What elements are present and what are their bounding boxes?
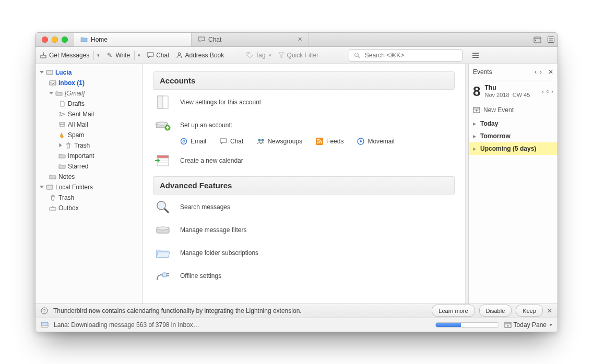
manage-subscriptions-link[interactable]: Manage folder subscriptions: [155, 246, 453, 260]
write-button[interactable]: ✎ Write ▾: [106, 51, 140, 60]
folder-icon: [58, 163, 66, 169]
events-tomorrow[interactable]: ▸ Tomorrow: [469, 130, 558, 142]
offline-settings-label: Offline settings: [180, 272, 221, 280]
chevron-down-icon[interactable]: [40, 71, 44, 74]
tag-icon: [246, 52, 253, 59]
day-weekday: Thu: [484, 84, 530, 91]
sidebar-important[interactable]: Important: [38, 151, 142, 161]
search-input[interactable]: [364, 51, 458, 59]
svg-rect-2: [535, 40, 536, 41]
svg-rect-19: [158, 96, 163, 108]
new-event-button[interactable]: New Event: [469, 103, 558, 117]
status-bar: Lana: Downloading message 563 of 3798 in…: [35, 318, 558, 332]
gmail-label: [Gmail]: [65, 90, 85, 97]
app-menu-button[interactable]: [472, 52, 483, 58]
calendar-tab-button[interactable]: [530, 33, 544, 46]
date-next-icon[interactable]: ›: [551, 88, 553, 94]
svg-rect-6: [41, 55, 46, 58]
window-traffic: [35, 33, 74, 46]
chat-icon: [220, 138, 227, 145]
chat-button[interactable]: Chat: [147, 52, 169, 59]
quick-filter-button[interactable]: Quick Filter: [278, 52, 319, 59]
address-book-button[interactable]: Address Book: [176, 52, 224, 59]
view-settings-label: View settings for this account: [180, 99, 261, 106]
all-label: All Mail: [68, 121, 88, 128]
today-pane-toggle[interactable]: 8 Today Pane ▾: [504, 321, 552, 329]
minimize-window-button[interactable]: [52, 37, 58, 43]
view-settings-link[interactable]: View settings for this account: [155, 95, 453, 110]
zoom-window-button[interactable]: [62, 37, 68, 43]
learn-more-button[interactable]: Learn more: [432, 305, 475, 317]
setup-account-row: Set up an account:: [155, 118, 453, 132]
inbox-icon: [49, 80, 56, 86]
main-toolbar: Get Messages ▾ ✎ Write ▾ Chat Address Bo…: [35, 47, 558, 64]
svg-point-7: [178, 53, 181, 55]
notification-text: Thunderbird now contains calendaring fun…: [53, 307, 302, 314]
tasks-tab-button[interactable]: [544, 33, 558, 46]
sidebar-all[interactable]: All Mail: [38, 119, 142, 130]
tab-home-label: Home: [91, 36, 108, 43]
sidebar-gmail[interactable]: [Gmail]: [38, 88, 142, 99]
chevron-down-icon[interactable]: [40, 186, 44, 188]
get-messages-button[interactable]: Get Messages ▾: [40, 51, 100, 60]
sidebar-starred[interactable]: Starred: [38, 161, 142, 172]
sidebar-trash[interactable]: Trash: [38, 140, 142, 151]
tab-home[interactable]: Home: [74, 33, 192, 46]
svg-point-8: [248, 53, 249, 54]
sent-icon: [58, 111, 66, 117]
notes-label: Notes: [58, 173, 75, 180]
offline-settings-link[interactable]: Offline settings: [155, 269, 453, 283]
group-icon: [257, 138, 264, 145]
chip-newsgroups[interactable]: Newsgroups: [257, 138, 302, 145]
events-today[interactable]: ▸ Today: [469, 117, 558, 130]
events-next-icon[interactable]: ›: [540, 68, 542, 76]
close-window-button[interactable]: [42, 37, 48, 43]
folder-icon: [55, 90, 63, 96]
manage-filters-link[interactable]: Manage message filters: [155, 223, 453, 237]
events-close-icon[interactable]: ✕: [548, 68, 553, 76]
svg-rect-16: [60, 124, 64, 127]
keep-button[interactable]: Keep: [516, 305, 543, 317]
tag-button[interactable]: Tag▾: [246, 52, 271, 59]
sidebar-local-trash[interactable]: Trash: [38, 192, 142, 203]
sidebar-notes[interactable]: Notes: [38, 172, 142, 182]
write-label: Write: [115, 52, 130, 59]
chip-chat[interactable]: Chat: [220, 138, 243, 145]
create-calendar-link[interactable]: Create a new calendar: [155, 153, 453, 168]
flame-icon: [58, 132, 66, 138]
date-prev-icon[interactable]: ‹: [542, 88, 544, 94]
manage-filters-label: Manage message filters: [180, 226, 246, 234]
svg-rect-47: [41, 325, 48, 327]
sidebar-account[interactable]: Lucia: [38, 67, 142, 78]
trash-icon: [49, 195, 56, 201]
search-messages-link[interactable]: Search messages: [155, 200, 453, 214]
tab-chat[interactable]: Chat ✕: [192, 33, 309, 46]
magnifier-icon: [155, 200, 171, 214]
chevron-right-icon[interactable]: [60, 143, 62, 148]
tab-close-icon[interactable]: ✕: [298, 36, 302, 43]
chip-email[interactable]: Email: [180, 138, 206, 145]
chevron-down-icon[interactable]: ▾: [97, 53, 100, 58]
chevron-down-icon[interactable]: ▾: [138, 53, 140, 58]
sidebar-outbox[interactable]: Outbox: [38, 203, 142, 213]
download-icon: [40, 52, 47, 59]
sidebar-local-folders[interactable]: Local Folders: [38, 182, 142, 192]
notification-close-icon[interactable]: ✕: [547, 307, 552, 314]
chat-icon: [147, 52, 154, 59]
events-upcoming[interactable]: ▸ Upcoming (5 days): [469, 142, 558, 155]
global-search[interactable]: [349, 49, 462, 62]
events-prev-icon[interactable]: ‹: [535, 68, 537, 76]
chip-feeds[interactable]: Feeds: [316, 138, 343, 145]
calendar-plus-icon: [473, 106, 480, 114]
date-today-icon[interactable]: ○: [546, 88, 550, 94]
sidebar-sent[interactable]: Sent Mail: [38, 109, 142, 119]
chip-movemail[interactable]: Movemail: [357, 138, 394, 145]
disable-button[interactable]: Disable: [479, 305, 512, 317]
events-header: Events ‹ › ✕: [469, 64, 558, 80]
sidebar-inbox[interactable]: Inbox (1): [38, 78, 142, 88]
get-messages-label: Get Messages: [49, 52, 89, 59]
chevron-right-icon: ▸: [473, 120, 476, 127]
sidebar-drafts[interactable]: Drafts: [38, 99, 142, 109]
chevron-down-icon[interactable]: [49, 92, 53, 94]
sidebar-spam[interactable]: Spam: [38, 130, 142, 140]
